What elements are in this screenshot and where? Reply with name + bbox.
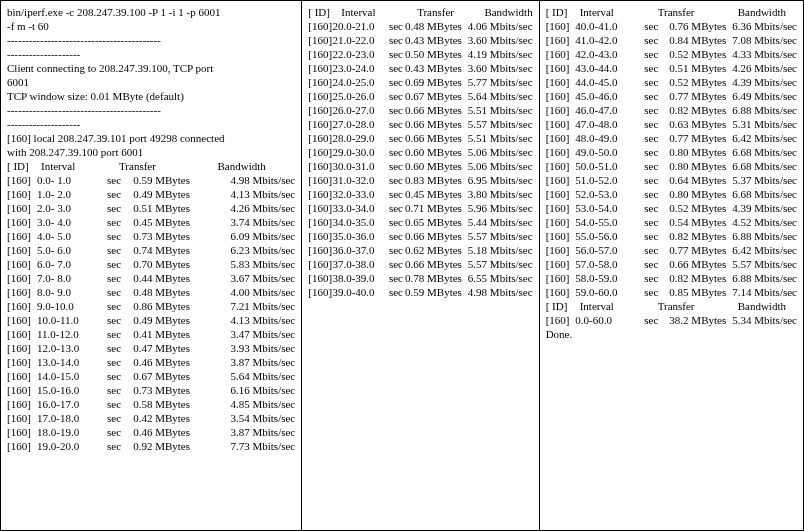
- cell-interval: 2.0- 3.0: [37, 201, 107, 215]
- separator: --------------------: [7, 117, 295, 131]
- cell-sec: sec: [389, 243, 405, 257]
- cell-transfer: 0.66 MBytes: [405, 257, 465, 271]
- cell-transfer: 0.74 MBytes: [127, 243, 193, 257]
- cell-id: [160]: [546, 271, 576, 285]
- cell-id: [160]: [546, 19, 576, 33]
- cell-transfer: 0.43 MBytes: [405, 33, 465, 47]
- table-row: [160]1.0- 2.0sec0.49 MBytes4.13 Mbits/se…: [7, 187, 295, 201]
- cell-bandwidth: 4.13 Mbits/sec: [193, 187, 295, 201]
- cell-bandwidth: 7.08 Mbits/sec: [729, 33, 797, 47]
- cell-bandwidth: 5.57 Mbits/sec: [465, 257, 533, 271]
- cell-transfer: 0.58 MBytes: [127, 397, 193, 411]
- table-row: [160]58.0-59.0sec0.82 MBytes6.88 Mbits/s…: [546, 271, 797, 285]
- cell-transfer: 0.66 MBytes: [405, 103, 465, 117]
- cell-id: [160]: [308, 103, 332, 117]
- cell-bandwidth: 3.60 Mbits/sec: [465, 61, 533, 75]
- cell-id: [160]: [7, 369, 37, 383]
- cell-interval: 20.0-21.0: [332, 19, 388, 33]
- cell-bandwidth: 3.47 Mbits/sec: [193, 327, 295, 341]
- cell-id: [160]: [7, 173, 37, 187]
- cell-transfer: 0.45 MBytes: [405, 187, 465, 201]
- cell-interval: 6.0- 7.0: [37, 257, 107, 271]
- cell-sec: sec: [389, 89, 405, 103]
- cell-bandwidth: 4.33 Mbits/sec: [729, 47, 797, 61]
- cell-sec: sec: [644, 75, 664, 89]
- cell-interval: 16.0-17.0: [37, 397, 107, 411]
- cell-interval: 44.0-45.0: [575, 75, 644, 89]
- cell-sec: sec: [644, 61, 664, 75]
- cell-bandwidth: 7.73 Mbits/sec: [193, 439, 295, 453]
- cell-id: [160]: [7, 439, 37, 453]
- cell-sec: sec: [107, 285, 127, 299]
- cell-sec: sec: [644, 215, 664, 229]
- cell-interval: 10.0-11.0: [37, 313, 107, 327]
- table-row: [160]38.0-39.0sec0.78 MBytes6.55 Mbits/s…: [308, 271, 532, 285]
- table-row: [160]50.0-51.0sec0.80 MBytes6.68 Mbits/s…: [546, 159, 797, 173]
- cell-bandwidth: 5.51 Mbits/sec: [465, 103, 533, 117]
- table-header: [ ID] Interval Transfer Bandwidth: [546, 5, 797, 19]
- cell-sec: sec: [644, 257, 664, 271]
- cell-id: [160]: [546, 285, 576, 299]
- cell-sec: sec: [107, 383, 127, 397]
- column-3: [ ID] Interval Transfer Bandwidth [160]4…: [540, 1, 803, 530]
- cell-id: [160]: [7, 201, 37, 215]
- cell-interval: 13.0-14.0: [37, 355, 107, 369]
- cell-id: [160]: [546, 117, 576, 131]
- cell-interval: 58.0-59.0: [575, 271, 644, 285]
- cell-bandwidth: 5.64 Mbits/sec: [465, 89, 533, 103]
- table-row: [160]41.0-42.0sec0.84 MBytes7.08 Mbits/s…: [546, 33, 797, 47]
- cell-sec: sec: [389, 47, 405, 61]
- cell-bandwidth: 6.68 Mbits/sec: [729, 159, 797, 173]
- table-row: [160]5.0- 6.0sec0.74 MBytes6.23 Mbits/se…: [7, 243, 295, 257]
- cell-bandwidth: 6.88 Mbits/sec: [729, 229, 797, 243]
- cell-bandwidth: 7.21 Mbits/sec: [193, 299, 295, 313]
- cell-id: [160]: [308, 117, 332, 131]
- cell-transfer: 0.50 MBytes: [405, 47, 465, 61]
- cell-interval: 9.0-10.0: [37, 299, 107, 313]
- command-line: -f m -t 60: [7, 19, 295, 33]
- cell-id: [160]: [7, 215, 37, 229]
- cell-transfer: 0.80 MBytes: [664, 187, 729, 201]
- cell-bandwidth: 6.49 Mbits/sec: [729, 89, 797, 103]
- cell-sec: sec: [644, 33, 664, 47]
- table-row: [160]30.0-31.0sec0.60 MBytes5.06 Mbits/s…: [308, 159, 532, 173]
- cell-bandwidth: 6.36 Mbits/sec: [729, 19, 797, 33]
- cell-bandwidth: 6.42 Mbits/sec: [729, 131, 797, 145]
- cell-sec: sec: [107, 243, 127, 257]
- cell-id: [160]: [546, 145, 576, 159]
- cell-sec: sec: [644, 131, 664, 145]
- cell-interval: 46.0-47.0: [575, 103, 644, 117]
- cell-id: [160]: [308, 131, 332, 145]
- cell-bandwidth: 5.77 Mbits/sec: [465, 75, 533, 89]
- cell-id: [160]: [546, 215, 576, 229]
- cell-sec: sec: [644, 47, 664, 61]
- cell-transfer: 0.46 MBytes: [127, 425, 193, 439]
- cell-transfer: 0.60 MBytes: [405, 145, 465, 159]
- cell-sec: sec: [107, 173, 127, 187]
- cell-interval: 23.0-24.0: [332, 61, 388, 75]
- cell-transfer: 0.76 MBytes: [664, 19, 729, 33]
- cell-interval: 5.0- 6.0: [37, 243, 107, 257]
- cell-sec: sec: [107, 299, 127, 313]
- table-row: [160]22.0-23.0sec0.50 MBytes4.19 Mbits/s…: [308, 47, 532, 61]
- cell-transfer: 0.64 MBytes: [664, 173, 729, 187]
- cell-id: [160]: [308, 145, 332, 159]
- cell-sec: sec: [107, 439, 127, 453]
- cell-bandwidth: 4.26 Mbits/sec: [729, 61, 797, 75]
- table-row: [160]47.0-48.0sec0.63 MBytes5.31 Mbits/s…: [546, 117, 797, 131]
- cell-transfer: 0.51 MBytes: [127, 201, 193, 215]
- cell-id: [160]: [7, 243, 37, 257]
- cell-bandwidth: 6.23 Mbits/sec: [193, 243, 295, 257]
- cell-id: [160]: [546, 75, 576, 89]
- cell-bandwidth: 3.74 Mbits/sec: [193, 215, 295, 229]
- cell-interval: 19.0-20.0: [37, 439, 107, 453]
- cell-id: [160]: [7, 383, 37, 397]
- cell-id: [160]: [546, 173, 576, 187]
- cell-id: [160]: [546, 33, 576, 47]
- cell-sec: sec: [389, 257, 405, 271]
- cell-bandwidth: 3.60 Mbits/sec: [465, 33, 533, 47]
- cell-sec: sec: [389, 117, 405, 131]
- table-row: [160]8.0- 9.0sec0.48 MBytes4.00 Mbits/se…: [7, 285, 295, 299]
- cell-transfer: 0.82 MBytes: [664, 271, 729, 285]
- cell-interval: 33.0-34.0: [332, 201, 388, 215]
